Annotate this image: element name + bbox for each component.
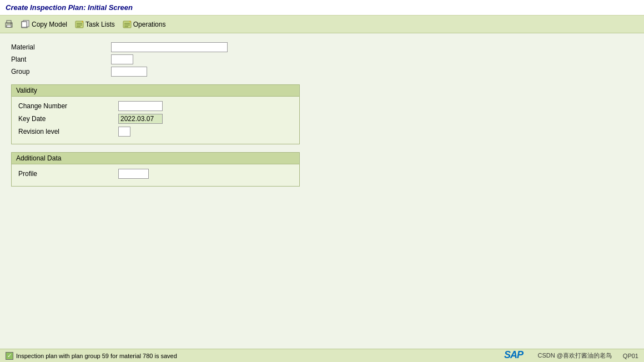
status-text: Inspection plan with plan group 59 for m… <box>16 353 177 359</box>
operations-label: Operations <box>133 21 166 28</box>
operations-button[interactable]: Operations <box>123 20 166 29</box>
revision-level-input[interactable] <box>118 127 130 137</box>
material-input[interactable] <box>111 42 228 52</box>
transaction-code: QP01 <box>623 353 638 359</box>
revision-level-field: Revision level <box>18 127 293 137</box>
revision-level-label: Revision level <box>18 128 118 135</box>
toolbar: Copy Model Task Lists Operations <box>0 16 644 33</box>
additional-data-section-title: Additional Data <box>12 153 299 164</box>
key-date-field: Key Date <box>18 114 293 124</box>
status-checkbox-icon: ✓ <box>6 352 13 360</box>
copy-icon <box>21 20 30 29</box>
status-message: ✓ Inspection plan with plan group 59 for… <box>6 352 177 360</box>
plant-input[interactable] <box>111 54 133 64</box>
additional-data-section: Additional Data Profile <box>11 152 300 187</box>
task-lists-label: Task Lists <box>85 21 115 28</box>
plant-field: Plant <box>11 54 633 64</box>
profile-field: Profile <box>18 169 293 179</box>
group-input[interactable] <box>111 67 147 77</box>
copy-model-button[interactable]: Copy Model <box>21 20 67 29</box>
additional-data-section-body: Profile <box>12 164 299 186</box>
sap-logo-svg: SAP <box>504 349 526 360</box>
task-lists-button[interactable]: Task Lists <box>75 20 115 29</box>
status-bar: ✓ Inspection plan with plan group 59 for… <box>0 349 644 362</box>
svg-rect-7 <box>22 22 27 27</box>
svg-rect-2 <box>7 25 11 27</box>
status-right: SAP CSDN @喜欢打酱油的老鸟 QP01 <box>504 349 638 363</box>
validity-section-body: Change Number Key Date Revision level <box>12 97 299 144</box>
watermark-text: CSDN @喜欢打酱油的老鸟 <box>537 351 611 360</box>
profile-label: Profile <box>18 170 118 178</box>
plant-label: Plant <box>11 56 111 63</box>
main-content: Material Plant Group Validity Change Num… <box>0 33 644 198</box>
material-field: Material <box>11 42 633 52</box>
change-number-input[interactable] <box>118 101 163 111</box>
sap-logo: SAP <box>504 349 526 363</box>
copy-model-label: Copy Model <box>32 21 67 28</box>
page-title: Create Inspection Plan: Initial Screen <box>0 0 644 16</box>
group-label: Group <box>11 68 111 76</box>
change-number-label: Change Number <box>18 102 118 110</box>
profile-input[interactable] <box>118 169 149 179</box>
print-button[interactable] <box>4 20 13 29</box>
task-lists-icon <box>75 20 84 29</box>
material-label: Material <box>11 43 111 51</box>
change-number-field: Change Number <box>18 101 293 111</box>
svg-point-3 <box>11 23 12 24</box>
svg-text:SAP: SAP <box>504 349 524 360</box>
validity-section-title: Validity <box>12 85 299 97</box>
key-date-label: Key Date <box>18 115 118 123</box>
operations-icon <box>123 20 132 29</box>
key-date-input[interactable] <box>118 114 163 124</box>
validity-section: Validity Change Number Key Date Revision… <box>11 84 300 144</box>
print-icon <box>4 20 13 29</box>
group-field: Group <box>11 67 633 77</box>
